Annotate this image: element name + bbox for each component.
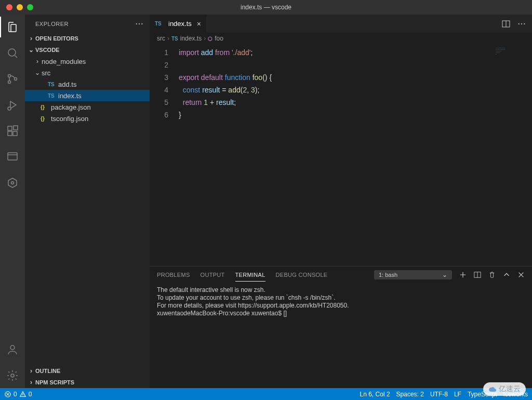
svg-point-1 (8, 75, 11, 77)
open-editors-section[interactable]: › OPEN EDITORS (25, 33, 150, 44)
tree-folder-node-modules[interactable]: › node_modules (25, 56, 150, 67)
titlebar: index.ts — vscode (0, 0, 532, 15)
tree-folder-src[interactable]: ⌄ src (25, 67, 150, 78)
minimize-window-button[interactable] (17, 4, 23, 10)
error-icon (4, 391, 11, 398)
code-content[interactable]: import add from './add'; export default … (179, 44, 532, 266)
svg-point-2 (8, 81, 11, 84)
statusbar: 0 0 Ln 6, Col 2 Spaces: 2 UTF-8 LF TypeS… (0, 388, 532, 400)
svg-point-12 (11, 374, 14, 377)
kill-terminal-icon[interactable] (488, 271, 496, 278)
panel-actions: 1: bash (374, 270, 525, 279)
ts-file-icon: TS (155, 21, 165, 26)
chevron-right-icon: › (27, 367, 35, 375)
chevron-right-icon: › (27, 35, 35, 42)
run-debug-icon[interactable] (0, 97, 25, 113)
tree-file-add-ts[interactable]: TS add.ts (25, 78, 150, 90)
split-terminal-icon[interactable] (474, 271, 481, 278)
panel-tab-terminal[interactable]: TERMINAL (235, 269, 265, 282)
source-control-icon[interactable] (0, 71, 25, 87)
ts-file-icon: TS (171, 36, 178, 42)
outline-section[interactable]: › OUTLINE (25, 365, 150, 377)
json-file-icon: {} (41, 116, 51, 122)
editor-more-icon[interactable]: ⋯ (517, 19, 526, 29)
maximize-panel-icon[interactable] (503, 271, 510, 278)
svg-point-4 (8, 107, 11, 110)
maximize-window-button[interactable] (27, 4, 33, 10)
chevron-right-icon: › (204, 35, 206, 42)
watermark: 亿速云 (483, 382, 526, 396)
tree-file-tsconfig-json[interactable]: {} tsconfig.json (25, 113, 150, 124)
svg-rect-8 (14, 126, 18, 130)
accounts-icon[interactable] (0, 341, 25, 358)
svg-rect-6 (8, 131, 12, 136)
tab-label: index.ts (168, 20, 192, 28)
file-tree: › node_modules ⌄ src TS add.ts TS index.… (25, 56, 150, 124)
close-tab-icon[interactable]: × (197, 20, 201, 28)
svg-rect-5 (8, 126, 12, 130)
breadcrumb-item[interactable]: index.ts (180, 35, 202, 42)
status-ln-col[interactable]: Ln 6, Col 2 (360, 391, 390, 398)
split-editor-icon[interactable] (502, 20, 510, 28)
tree-file-index-ts[interactable]: TS index.ts (25, 90, 150, 101)
main-layout: EXPLORER ⋯ › OPEN EDITORS ⌄ VSCODE › nod… (0, 15, 532, 388)
warning-icon (19, 391, 26, 398)
traffic-lights (0, 4, 33, 10)
settings-gear-icon[interactable] (0, 367, 25, 384)
status-eol[interactable]: LF (454, 391, 461, 398)
method-icon: ⬡ (208, 36, 212, 42)
svg-point-10 (11, 182, 14, 184)
ts-file-icon: TS (48, 93, 58, 99)
chevron-down-icon: ⌄ (33, 69, 42, 76)
workspace-section[interactable]: ⌄ VSCODE (25, 44, 150, 56)
terminal-select[interactable]: 1: bash (374, 270, 452, 279)
explorer-icon[interactable] (0, 19, 25, 35)
close-panel-icon[interactable] (517, 271, 525, 278)
editor-body[interactable]: 1 2 3 4 5 6 import add from './add'; exp… (150, 44, 532, 266)
npm-scripts-section[interactable]: › NPM SCRIPTS (25, 377, 150, 388)
svg-point-3 (15, 78, 17, 81)
minimap[interactable]: ▬▬▬ ▬▬ ▬▬▬▬▬▬▬▬ ▬▬▬▬▬ ▬▬▬ ▬▬ ▬▬▬▬▬ (490, 44, 532, 266)
panel-tab-debug[interactable]: DEBUG CONSOLE (276, 269, 328, 281)
breadcrumbs[interactable]: src › TS index.ts › ⬡ foo (150, 33, 532, 44)
terminal-body[interactable]: The default interactive shell is now zsh… (150, 283, 532, 388)
tree-file-package-json[interactable]: {} package.json (25, 101, 150, 113)
activity-bar (0, 15, 25, 388)
breadcrumb-item[interactable]: foo (215, 35, 223, 42)
cloud-icon (488, 385, 497, 393)
chevron-right-icon: › (27, 379, 35, 386)
close-window-button[interactable] (6, 4, 12, 10)
editor-area: TS index.ts × ⋯ src › TS index.ts › ⬡ fo… (150, 15, 532, 388)
sidebar-header: EXPLORER ⋯ (25, 15, 150, 33)
new-terminal-icon[interactable] (459, 271, 467, 278)
status-spaces[interactable]: Spaces: 2 (396, 391, 424, 398)
extensions-icon[interactable] (0, 123, 25, 139)
panel-tabs: PROBLEMS OUTPUT TERMINAL DEBUG CONSOLE 1… (150, 266, 532, 283)
svg-rect-7 (13, 131, 17, 136)
ts-file-icon: TS (48, 82, 58, 87)
status-encoding[interactable]: UTF-8 (430, 391, 448, 398)
bottom-panel: PROBLEMS OUTPUT TERMINAL DEBUG CONSOLE 1… (150, 266, 532, 388)
tabs-actions: ⋯ (502, 15, 532, 33)
svg-point-0 (8, 49, 16, 56)
chevron-right-icon: › (167, 35, 169, 42)
svg-rect-9 (8, 153, 17, 160)
chevron-down-icon: ⌄ (27, 46, 35, 54)
panel-tab-output[interactable]: OUTPUT (201, 269, 225, 281)
tabs-bar: TS index.ts × ⋯ (150, 15, 532, 33)
explorer-sidebar: EXPLORER ⋯ › OPEN EDITORS ⌄ VSCODE › nod… (25, 15, 150, 388)
svg-point-11 (10, 345, 15, 350)
chevron-right-icon: › (33, 58, 42, 65)
sidebar-more-icon[interactable]: ⋯ (135, 19, 144, 29)
status-problems[interactable]: 0 0 (4, 391, 32, 398)
sidebar-title: EXPLORER (35, 21, 69, 27)
window-title: index.ts — vscode (0, 4, 532, 11)
search-icon[interactable] (0, 45, 25, 61)
breadcrumb-item[interactable]: src (157, 35, 165, 42)
hexagon-icon[interactable] (0, 175, 25, 191)
json-file-icon: {} (41, 104, 51, 110)
tab-index-ts[interactable]: TS index.ts × (150, 15, 207, 33)
preview-icon[interactable] (0, 149, 25, 165)
line-gutter: 1 2 3 4 5 6 (150, 44, 179, 266)
panel-tab-problems[interactable]: PROBLEMS (157, 269, 190, 281)
